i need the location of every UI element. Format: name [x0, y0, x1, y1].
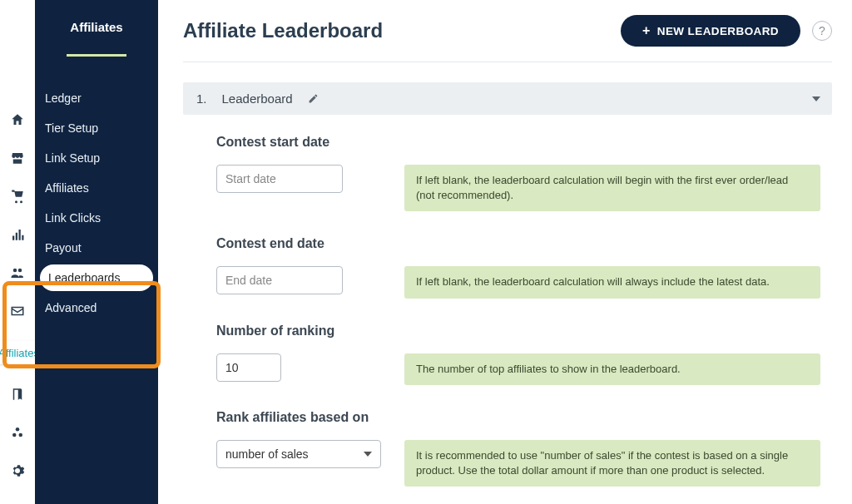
new-leaderboard-button[interactable]: + NEW LEADERBOARD [621, 15, 800, 47]
start-date-input[interactable] [216, 165, 343, 193]
sidebar-divider [67, 54, 126, 57]
affiliates-pill-label: Affiliates [0, 347, 39, 359]
sidebar: Affiliates Ledger Tier Setup Link Setup … [35, 0, 158, 504]
cluster-icon[interactable] [9, 424, 26, 441]
plus-icon: + [642, 24, 651, 37]
sidebar-item-ledger[interactable]: Ledger [35, 83, 158, 113]
svg-point-0 [16, 427, 20, 432]
cart-icon[interactable] [9, 188, 26, 205]
sidebar-item-affiliates[interactable]: Affiliates [35, 173, 158, 203]
rank-basis-select[interactable]: number of sales [216, 440, 381, 468]
start-date-row: If left blank, the leaderboard calculati… [216, 165, 832, 211]
svg-point-2 [19, 433, 23, 437]
page-title: Affiliate Leaderboard [183, 19, 383, 42]
sidebar-item-link-setup[interactable]: Link Setup [35, 143, 158, 173]
sidebar-title: Affiliates [35, 20, 158, 54]
page-header: Affiliate Leaderboard + NEW LEADERBOARD … [183, 15, 832, 62]
pencil-icon[interactable] [308, 93, 319, 104]
home-icon[interactable] [9, 111, 26, 128]
rank-basis-row: number of sales It is recommended to use… [216, 440, 832, 487]
end-date-input[interactable] [216, 266, 343, 294]
book-icon[interactable] [9, 386, 26, 403]
analytics-icon[interactable] [9, 226, 26, 243]
rank-basis-label: Rank affiliates based on [216, 410, 832, 425]
start-date-info: If left blank, the leaderboard calculati… [404, 165, 820, 211]
sidebar-item-tier-setup[interactable]: Tier Setup [35, 113, 158, 143]
chevron-down-icon[interactable] [812, 96, 820, 101]
start-date-label: Contest start date [216, 135, 832, 150]
store-icon[interactable] [9, 150, 26, 166]
accordion-header[interactable]: 1. Leaderboard [183, 82, 832, 115]
accordion-name: Leaderboard [222, 91, 293, 106]
end-date-label: Contest end date [216, 236, 832, 251]
ranking-label: Number of ranking [216, 324, 832, 338]
sidebar-item-payout[interactable]: Payout [35, 233, 158, 263]
sidebar-item-leaderboards[interactable]: Leaderboards [40, 264, 153, 291]
sidebar-item-link-clicks[interactable]: Link Clicks [35, 203, 158, 233]
help-icon[interactable]: ? [812, 21, 832, 41]
mail-icon[interactable] [9, 303, 26, 319]
ranking-info: The number of top affiliates to show in … [404, 353, 820, 385]
end-date-info: If left blank, the leaderboard calculati… [404, 266, 820, 298]
ranking-input[interactable] [216, 353, 281, 382]
ranking-row: The number of top affiliates to show in … [216, 353, 832, 385]
main-content: Affiliate Leaderboard + NEW LEADERBOARD … [183, 0, 852, 504]
svg-point-1 [12, 433, 17, 437]
end-date-row: If left blank, the leaderboard calculati… [216, 266, 832, 298]
new-leaderboard-label: NEW LEADERBOARD [657, 25, 779, 37]
gear-icon[interactable] [9, 462, 26, 479]
sidebar-item-advanced[interactable]: Advanced [35, 293, 158, 323]
people-icon[interactable] [9, 264, 26, 281]
accordion-index: 1. [196, 91, 207, 106]
header-actions: + NEW LEADERBOARD ? [621, 15, 832, 47]
form-area: Contest start date If left blank, the le… [183, 115, 837, 487]
icon-rail: Affiliates [0, 0, 35, 504]
rank-basis-info: It is recommended to use "number of sale… [404, 440, 820, 487]
